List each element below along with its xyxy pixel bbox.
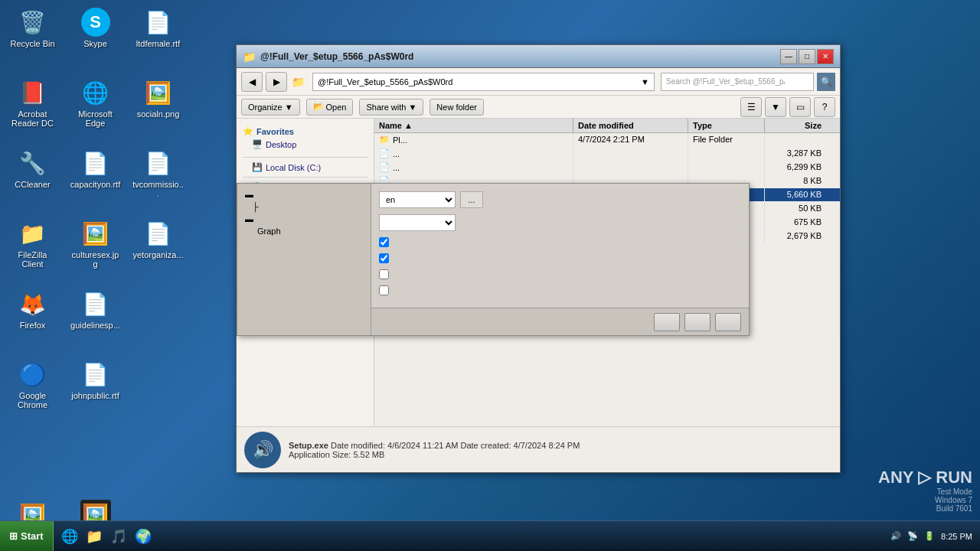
desktop-icon-recycle-bin[interactable]: 🗑️ Recycle Bin	[4, 4, 61, 73]
forward-button[interactable]: ▶	[266, 72, 287, 92]
star-icon: ⭐	[243, 126, 253, 136]
favorites-header[interactable]: ⭐ Favorites	[237, 125, 374, 138]
taskbar-quicklaunch: 🌐 📁 🎵 🌍	[54, 521, 159, 551]
taskbar-media-icon[interactable]: 🎵	[107, 525, 130, 548]
share-label: Share with	[366, 103, 406, 112]
search-placeholder-text: Search @!Full_Ver_$etup_5566_pAs$...	[666, 77, 785, 86]
desktop-icon-capacityon[interactable]: 📄 capacityon.rtf	[67, 145, 124, 214]
status-size: 5.52 MB	[353, 450, 384, 459]
nav-toolbar: ◀ ▶ 📁 @!Full_Ver_$etup_5566_pAs$W0rd ▼ S…	[237, 68, 840, 96]
desktop-icon-skype[interactable]: S Skype	[67, 4, 124, 73]
checkbox-1[interactable]	[379, 237, 389, 247]
recycle-bin-icon: 🗑️	[18, 7, 48, 37]
dialog-button-3[interactable]	[715, 313, 741, 331]
checkbox-3[interactable]	[379, 269, 389, 279]
file-size-cell: 50 KB	[765, 202, 826, 215]
file-size-cell: 5,660 KB	[765, 188, 826, 201]
status-type: Application	[289, 450, 330, 459]
volume-icon[interactable]: 🔊	[890, 531, 901, 541]
preview-pane-button[interactable]: ▭	[789, 97, 811, 117]
dialog-button-1[interactable]	[654, 313, 680, 331]
folder-icon: 📁	[243, 51, 256, 63]
dialog-tree-item-graph[interactable]: Graph	[242, 225, 366, 237]
open-label: Open	[326, 103, 347, 112]
help-button[interactable]: ?	[814, 97, 835, 117]
status-type-row: Application Size: 5.52 MB	[289, 450, 580, 459]
address-bar[interactable]: @!Full_Ver_$etup_5566_pAs$W0rd ▼	[312, 73, 655, 91]
filezilla-icon: 📁	[18, 218, 48, 249]
taskbar-browser-icon[interactable]: 🌍	[132, 525, 155, 548]
rtf-icon-3: 📄	[143, 148, 174, 178]
start-button[interactable]: ⊞ Start	[0, 521, 54, 551]
edge-icon: 🌐	[80, 77, 111, 108]
table-row[interactable]: 📁 Pl... 4/7/2024 2:21 PM File Folder	[374, 133, 840, 147]
firefox-icon: 🦊	[18, 289, 48, 319]
desktop-icon-edge[interactable]: 🌐 Microsoft Edge	[67, 74, 124, 143]
view-list-button[interactable]: ☰	[740, 97, 762, 117]
desktop-icon-yetorganiza[interactable]: 📄 yetorganiza...	[129, 215, 187, 284]
doc-icon-5: 📄	[80, 289, 111, 319]
taskbar: ⊞ Start 🌐 📁 🎵 🌍 🔊 📡 🔋 8:25 PM	[0, 520, 980, 551]
taskbar-right: 🔊 📡 🔋 8:25 PM	[890, 531, 980, 541]
sidebar-item-local-disk[interactable]: 💾 Local Disk (C:)	[237, 161, 374, 174]
firefox-label: Firefox	[20, 321, 46, 330]
taskbar-explorer-icon[interactable]: 📁	[83, 525, 106, 548]
anyrun-brand: ANY ▷ RUN	[878, 468, 972, 487]
desktop-icon-tvcommission[interactable]: 📄 tvcommissio...	[129, 145, 187, 214]
desktop-icon-chrome[interactable]: 🔵 Google Chrome	[4, 356, 61, 425]
back-button[interactable]: ◀	[241, 72, 263, 92]
network-status-icon[interactable]: 📡	[907, 531, 918, 541]
minimize-button[interactable]: —	[780, 49, 797, 64]
table-row[interactable]: 📄 ... 6,299 KB	[374, 161, 840, 174]
desktop-icon-culturesex[interactable]: 🖼️ culturesex.jpg	[67, 215, 124, 284]
open-button[interactable]: 📂 Open	[306, 99, 354, 116]
sidebar-item-desktop[interactable]: 🖥️ Desktop	[237, 138, 374, 151]
dialog-dot-button[interactable]: ...	[460, 191, 483, 208]
search-bar[interactable]: Search @!Full_Ver_$etup_5566_pAs$...	[661, 73, 814, 91]
dialog-tree-item-1[interactable]: ▬	[242, 188, 366, 201]
desktop-icon-itdfemale[interactable]: 📄 ltdfemale.rtf	[129, 4, 187, 73]
checkbox-2[interactable]	[379, 253, 389, 263]
checkbox-row-2	[379, 253, 741, 263]
battery-icon[interactable]: 🔋	[924, 531, 935, 541]
col-date-header[interactable]: Date modified	[573, 119, 688, 132]
desktop-icon-guidelinesp[interactable]: 📄 guidelinesp...	[67, 285, 124, 354]
checkbox-4[interactable]	[379, 285, 389, 295]
anyrun-watermark: ANY ▷ RUN Test Mode Windows 7 Build 7601	[878, 468, 972, 513]
maximize-button[interactable]: □	[799, 49, 815, 64]
word-doc-icon: 📄	[143, 7, 174, 37]
ccleaner-icon: 🔧	[18, 148, 48, 178]
col-size-header[interactable]: Size	[765, 119, 826, 132]
folder-file-icon: 📁	[379, 135, 390, 145]
close-button[interactable]: ✕	[817, 49, 834, 64]
tree-line-icon: ├	[253, 202, 259, 211]
favorites-section: ⭐ Favorites 🖥️ Desktop	[237, 125, 374, 151]
language-dropdown[interactable]: en	[379, 191, 456, 208]
share-with-button[interactable]: Share with ▼	[359, 99, 423, 116]
taskbar-clock[interactable]: 8:25 PM	[941, 532, 972, 541]
desktop-icon-filezilla[interactable]: 📁 FileZilla Client	[4, 215, 61, 284]
desktop-icon-acrobat[interactable]: 📕 Acrobat Reader DC	[4, 74, 61, 143]
organize-button[interactable]: Organize ▼	[241, 99, 300, 116]
desktop-icon-ccleaner[interactable]: 🔧 CCleaner	[4, 145, 61, 214]
search-button[interactable]: 🔍	[817, 73, 835, 91]
dialog-tree-item-2[interactable]: ├	[242, 201, 366, 213]
address-dropdown-icon[interactable]: ▼	[641, 77, 649, 86]
second-dropdown[interactable]	[379, 214, 456, 231]
new-folder-button[interactable]: New folder	[430, 99, 484, 116]
dialog-button-2[interactable]	[684, 313, 710, 331]
view-dropdown-button[interactable]: ▼	[765, 97, 786, 117]
taskbar-ie-icon[interactable]: 🌐	[58, 525, 81, 548]
status-bar: 🔊 Setup.exe Date modified: 4/6/2024 11:2…	[237, 426, 840, 472]
dialog-tree-item-3[interactable]: ▬	[242, 213, 366, 225]
explorer-window: 📁 @!Full_Ver_$etup_5566_pAs$W0rd — □ ✕ ◀…	[236, 44, 841, 473]
desktop-icon-socialn[interactable]: 🖼️ socialn.png	[129, 74, 187, 143]
checkbox-row-3	[379, 269, 741, 279]
desktop-icon-firefox[interactable]: 🦊 Firefox	[4, 285, 61, 354]
dialog-lang-row: en ...	[379, 191, 741, 208]
table-row[interactable]: 📄 ... 3,287 KB	[374, 147, 840, 161]
desktop-icon-johnpublic[interactable]: 📄 johnpublic.rtf	[67, 356, 124, 425]
itdfemale-label: ltdfemale.rtf	[136, 39, 180, 48]
col-name-header[interactable]: Name ▲	[374, 119, 573, 132]
col-type-header[interactable]: Type	[688, 119, 765, 132]
